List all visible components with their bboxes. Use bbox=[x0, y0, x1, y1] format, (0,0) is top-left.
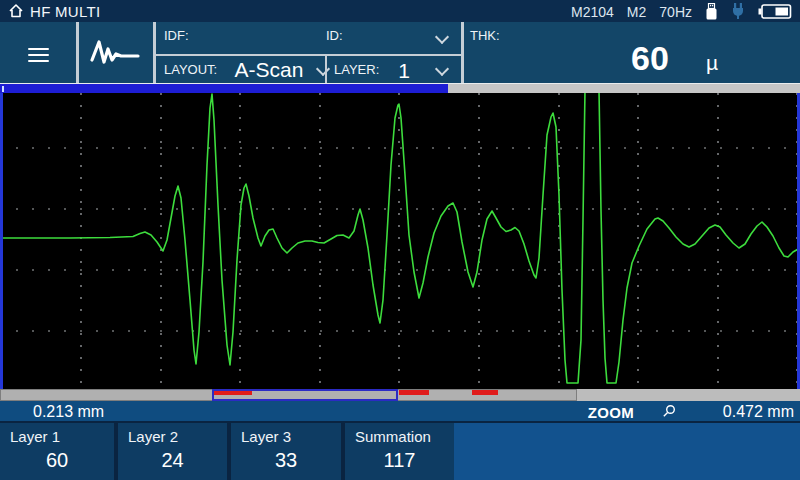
result-cell-summation[interactable]: Summation 117 bbox=[345, 423, 454, 480]
buffer-progress-bar bbox=[0, 83, 800, 93]
zoom-button-label[interactable]: ZOOM bbox=[588, 404, 634, 421]
ascan-plot bbox=[0, 93, 800, 389]
result-label: Summation bbox=[355, 428, 431, 445]
gate-marker bbox=[472, 390, 498, 395]
status-bar: HF MULTI M2104 M2 70Hz bbox=[0, 0, 800, 22]
result-label: Layer 1 bbox=[10, 428, 60, 445]
idf-label: IDF: bbox=[164, 28, 189, 43]
device-info: M2104 M2 70Hz bbox=[571, 4, 692, 20]
layer-value[interactable]: 1 bbox=[388, 59, 420, 83]
waveform-trace bbox=[0, 93, 800, 383]
layout-label: LAYOUT: bbox=[164, 62, 217, 77]
result-cell-layer3[interactable]: Layer 3 33 bbox=[231, 423, 341, 480]
layer-label: LAYER: bbox=[334, 62, 379, 77]
result-value: 117 bbox=[345, 449, 454, 472]
battery-icon bbox=[758, 4, 792, 19]
results-panel: Layer 1 60 Layer 2 24 Layer 3 33 Summati… bbox=[0, 421, 800, 480]
device-model: M2104 bbox=[571, 4, 614, 20]
range-start-readout: 0.213 mm bbox=[33, 403, 104, 421]
result-label: Layer 3 bbox=[241, 428, 291, 445]
result-label: Layer 2 bbox=[128, 428, 178, 445]
device-screen: HF MULTI M2104 M2 70Hz bbox=[0, 0, 800, 480]
plug-icon bbox=[731, 3, 745, 19]
result-value: 24 bbox=[118, 449, 227, 472]
id-label: ID: bbox=[326, 28, 343, 43]
layout-dropdown-chevron-icon[interactable] bbox=[316, 62, 330, 76]
app-title: HF MULTI bbox=[30, 3, 100, 20]
hamburger-icon bbox=[28, 44, 49, 66]
device-rate: 70Hz bbox=[659, 4, 692, 20]
result-cell-layer2[interactable]: Layer 2 24 bbox=[118, 423, 227, 480]
waveform-icon bbox=[89, 38, 141, 66]
ascan-view-button[interactable] bbox=[79, 22, 153, 83]
usb-icon bbox=[705, 3, 718, 20]
scrollbar-thumb[interactable] bbox=[212, 389, 398, 401]
magnifier-icon[interactable] bbox=[662, 404, 676, 418]
result-value: 60 bbox=[0, 449, 114, 472]
info-bar: 0.213 mm ZOOM 0.472 mm bbox=[0, 401, 800, 421]
progress-fill bbox=[0, 84, 448, 93]
result-cell-layer1[interactable]: Layer 1 60 bbox=[0, 423, 114, 480]
plot-left-edge bbox=[0, 93, 3, 389]
result-value: 33 bbox=[231, 449, 341, 472]
toolbar: IDF: ID: LAYOUT: A-Scan LAYER: 1 THK: 60… bbox=[0, 22, 800, 83]
status-icons bbox=[705, 2, 792, 20]
id-dropdown-chevron-icon[interactable] bbox=[435, 30, 449, 44]
thk-label: THK: bbox=[470, 28, 500, 43]
range-scrollbar[interactable] bbox=[0, 389, 800, 401]
menu-button[interactable] bbox=[0, 22, 76, 83]
layout-value[interactable]: A-Scan bbox=[228, 58, 310, 82]
thickness-panel: THK: 60 µ bbox=[464, 22, 800, 83]
thk-value: 60 bbox=[600, 39, 700, 78]
separator bbox=[156, 54, 461, 56]
device-mode: M2 bbox=[627, 4, 646, 20]
idf-panel: IDF: ID: LAYOUT: A-Scan LAYER: 1 bbox=[156, 22, 461, 83]
progress-tick bbox=[2, 86, 4, 92]
gate-marker bbox=[399, 390, 429, 395]
separator bbox=[325, 55, 327, 83]
home-icon bbox=[8, 3, 24, 19]
layer-dropdown-chevron-icon[interactable] bbox=[435, 62, 449, 76]
thk-unit: µ bbox=[706, 51, 718, 75]
range-end-readout: 0.472 mm bbox=[723, 403, 794, 421]
